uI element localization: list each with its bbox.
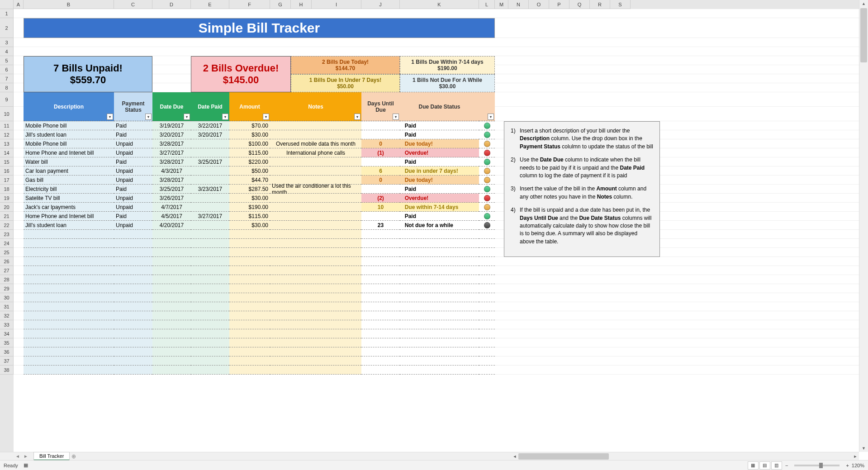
cell-amount-21[interactable]: $115.00	[229, 212, 270, 221]
cell-due-16[interactable]: 4/3/2017	[152, 166, 191, 176]
cell-due-20[interactable]: 4/7/2017	[152, 203, 191, 212]
cell-status-27[interactable]	[114, 266, 152, 275]
cell-notes-30[interactable]	[270, 293, 361, 302]
cell-dstatus-38[interactable]	[400, 366, 479, 375]
cell-desc-12[interactable]: Jill's student loan	[24, 130, 114, 139]
cell-dstatus-15[interactable]: Paid	[400, 157, 479, 166]
cell-days-17[interactable]: 0	[361, 176, 400, 185]
row-header-23[interactable]: 23	[0, 230, 14, 239]
cell-notes-18[interactable]: Used the air conditioner a lot this mont…	[270, 185, 361, 194]
row-header-21[interactable]: 21	[0, 212, 14, 221]
row-header-10[interactable]: 10	[0, 107, 14, 121]
col-header-Q[interactable]: Q	[569, 0, 590, 9]
cell-notes-29[interactable]	[270, 284, 361, 293]
header-days-until-due[interactable]: Days UntilDue▾	[361, 92, 400, 121]
cell-days-19[interactable]: (2)	[361, 194, 400, 203]
cell-desc-15[interactable]: Water bill	[24, 157, 114, 166]
cell-desc-18[interactable]: Electricity bill	[24, 185, 114, 194]
cell-notes-37[interactable]	[270, 356, 361, 366]
cell-desc-36[interactable]	[24, 347, 114, 356]
cell-amount-15[interactable]: $220.00	[229, 157, 270, 166]
cell-status-24[interactable]	[114, 239, 152, 248]
cell-desc-34[interactable]	[24, 329, 114, 338]
filter-dropdown-icon[interactable]: ▾	[145, 114, 152, 120]
cell-amount-30[interactable]	[229, 293, 270, 302]
cell-notes-13[interactable]: Overused mobile data this month	[270, 139, 361, 148]
cell-amount-12[interactable]: $30.00	[229, 130, 270, 139]
cell-status-29[interactable]	[114, 284, 152, 293]
cell-desc-27[interactable]	[24, 266, 114, 275]
cell-paid-14[interactable]	[191, 148, 229, 157]
cell-notes-19[interactable]	[270, 194, 361, 203]
cell-notes-15[interactable]	[270, 157, 361, 166]
cell-paid-38[interactable]	[191, 366, 229, 375]
cell-dstatus-17[interactable]: Due today!	[400, 176, 479, 185]
cell-notes-28[interactable]	[270, 275, 361, 284]
row-header-12[interactable]: 12	[0, 130, 14, 139]
cell-paid-15[interactable]: 3/25/2017	[191, 157, 229, 166]
row-header-20[interactable]: 20	[0, 203, 14, 212]
cell-paid-11[interactable]: 3/22/2017	[191, 121, 229, 130]
cell-amount-23[interactable]	[229, 230, 270, 239]
cell-desc-21[interactable]: Home Phone and Intenet bill	[24, 212, 114, 221]
cell-notes-23[interactable]	[270, 230, 361, 239]
cell-due-35[interactable]	[152, 338, 191, 347]
scroll-down-arrow[interactable]: ▼	[859, 445, 868, 452]
cell-days-12[interactable]	[361, 130, 400, 139]
zoom-level[interactable]: 120%	[852, 463, 864, 468]
cell-due-30[interactable]	[152, 293, 191, 302]
cell-status-22[interactable]: Unpaid	[114, 221, 152, 230]
cell-amount-22[interactable]: $30.00	[229, 221, 270, 230]
filter-dropdown-icon[interactable]: ▾	[263, 114, 269, 120]
cell-desc-17[interactable]: Gas bill	[24, 176, 114, 185]
tab-nav-prev[interactable]: ◄	[14, 454, 22, 459]
cell-days-35[interactable]	[361, 338, 400, 347]
cell-desc-16[interactable]: Car loan payment	[24, 166, 114, 176]
spreadsheet-grid[interactable]: Simple Bill Tracker7 Bills Unpaid!$559.7…	[14, 9, 859, 452]
cell-due-32[interactable]	[152, 311, 191, 320]
cell-paid-29[interactable]	[191, 284, 229, 293]
cell-status-15[interactable]: Paid	[114, 157, 152, 166]
col-header-H[interactable]: H	[291, 0, 312, 9]
cell-desc-13[interactable]: Mobile Phone bill	[24, 139, 114, 148]
cell-status-14[interactable]: Unpaid	[114, 148, 152, 157]
cell-amount-14[interactable]: $115.00	[229, 148, 270, 157]
cell-amount-20[interactable]: $190.00	[229, 203, 270, 212]
row-header-28[interactable]: 28	[0, 275, 14, 284]
cell-paid-34[interactable]	[191, 329, 229, 338]
cell-days-14[interactable]: (1)	[361, 148, 400, 157]
cell-days-25[interactable]	[361, 248, 400, 257]
cell-amount-19[interactable]: $30.00	[229, 194, 270, 203]
cell-status-26[interactable]	[114, 257, 152, 266]
cell-paid-19[interactable]	[191, 194, 229, 203]
cell-days-38[interactable]	[361, 366, 400, 375]
scroll-left-arrow[interactable]: ◄	[511, 454, 518, 459]
cell-amount-16[interactable]: $50.00	[229, 166, 270, 176]
row-header-3[interactable]: 3	[0, 38, 14, 47]
row-header-19[interactable]: 19	[0, 194, 14, 203]
zoom-out-button[interactable]: −	[785, 463, 788, 468]
cell-amount-28[interactable]	[229, 275, 270, 284]
row-header-4[interactable]: 4	[0, 47, 14, 56]
cell-notes-33[interactable]	[270, 320, 361, 329]
col-header-E[interactable]: E	[191, 0, 229, 9]
cell-days-27[interactable]	[361, 266, 400, 275]
cell-desc-23[interactable]	[24, 230, 114, 239]
row-header-33[interactable]: 33	[0, 320, 14, 329]
scroll-right-arrow[interactable]: ►	[852, 454, 859, 459]
cell-days-34[interactable]	[361, 329, 400, 338]
row-header-9[interactable]: 9	[0, 92, 14, 107]
cell-days-22[interactable]: 23	[361, 221, 400, 230]
header-date-due[interactable]: Date Due▾	[152, 92, 191, 121]
cell-days-28[interactable]	[361, 275, 400, 284]
row-header-15[interactable]: 15	[0, 157, 14, 166]
col-header-B[interactable]: B	[24, 0, 114, 9]
scroll-up-arrow[interactable]: ▲	[859, 0, 868, 7]
row-header-36[interactable]: 36	[0, 347, 14, 356]
cell-status-30[interactable]	[114, 293, 152, 302]
view-page-layout-button[interactable]: ▤	[759, 461, 770, 470]
cell-paid-31[interactable]	[191, 302, 229, 311]
cell-notes-24[interactable]	[270, 239, 361, 248]
cell-dstatus-35[interactable]	[400, 338, 479, 347]
cell-desc-22[interactable]: Jill's student loan	[24, 221, 114, 230]
